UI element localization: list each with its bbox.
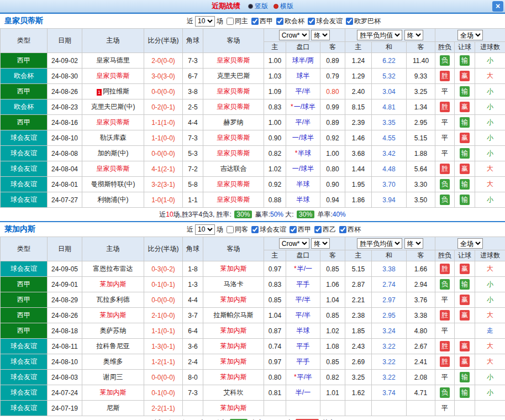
handicap-result-cell: 输	[455, 84, 475, 99]
handicap-result-cell: 输	[455, 192, 475, 208]
home-team[interactable]: 克里夫巴斯(中)	[82, 99, 144, 115]
match-count-select[interactable]: 10	[195, 224, 215, 235]
away-team[interactable]: 吉达联合	[203, 161, 264, 177]
handicap-result-cell	[455, 323, 475, 339]
home-team[interactable]: 皇家贝蒂斯	[82, 161, 144, 177]
away-team[interactable]: 拉斯帕尔马斯	[203, 308, 264, 323]
away-team[interactable]: 皇家贝蒂斯	[203, 53, 264, 69]
away-team[interactable]: 马洛卡	[203, 277, 264, 292]
away-team[interactable]: 莱加内斯	[203, 261, 264, 277]
avg-odds-select[interactable]: 胜平负均值	[357, 30, 402, 40]
league-filter-2[interactable]: 球会友谊	[308, 17, 343, 26]
home-team[interactable]: 利物浦(中)	[82, 192, 144, 208]
final-avg-select[interactable]: 终	[404, 30, 423, 40]
close-button[interactable]: ×	[492, 1, 503, 12]
league-filter-2[interactable]: 西乙	[314, 225, 336, 234]
home-team[interactable]: 奥萨苏纳	[82, 323, 144, 339]
league-type-badge: 球会友谊	[1, 401, 48, 416]
home-team[interactable]: 奥维多	[82, 354, 144, 370]
score: 1-3(0-1)	[144, 339, 183, 354]
goals-result-cell: 大	[475, 308, 505, 323]
home-team[interactable]: 莱加内斯	[82, 308, 144, 323]
home-team[interactable]: 瓦拉多利德	[82, 292, 144, 308]
score: 0-3(0-2)	[144, 261, 183, 277]
home-team[interactable]: 富恩拉布雷达	[82, 261, 144, 277]
handicap: 平手	[286, 339, 320, 354]
league-checkbox[interactable]	[339, 226, 346, 233]
home-team[interactable]: 皇家马德里	[82, 53, 144, 69]
goals-result-cell: 大	[475, 339, 505, 354]
home-team[interactable]: 1阿拉维斯	[82, 84, 144, 99]
away-team[interactable]: 艾科坎	[203, 385, 264, 401]
corner-score: 3-6	[183, 339, 203, 354]
home-team[interactable]: 谢周三	[82, 370, 144, 385]
score: 0-0(0-0)	[144, 84, 183, 99]
home-team[interactable]: 莱加内斯	[82, 277, 144, 292]
league-filter-1[interactable]: 欧会杯	[276, 17, 304, 26]
league-checkbox[interactable]	[314, 226, 322, 233]
layout-radio-horizontal[interactable]: 横版	[273, 2, 293, 11]
home-team[interactable]: 莱加内斯	[82, 385, 144, 401]
league-checkbox[interactable]	[276, 18, 283, 25]
same-venue-filter[interactable]: 同主	[227, 17, 248, 26]
avg-odds-header: 胜平负均值 终	[345, 29, 435, 42]
odds-away: 0.80	[320, 161, 345, 177]
same-venue-checkbox[interactable]	[227, 226, 234, 233]
match-row: 西甲 24-08-26 1阿拉维斯 0-0(0-0) 3-8 皇家贝蒂斯 1.0…	[1, 84, 505, 99]
away-team[interactable]: 莱加内斯	[203, 401, 264, 416]
avg-home-odds: 3.68	[345, 146, 372, 161]
league-checkbox[interactable]	[290, 226, 297, 233]
home-team[interactable]: 皇家贝蒂斯	[82, 69, 144, 84]
league-checkbox[interactable]	[346, 18, 353, 25]
home-team[interactable]: 尼斯	[82, 401, 144, 416]
same-venue-filter[interactable]: 同客	[227, 225, 248, 234]
col-corner: 角球	[183, 237, 203, 261]
avg-draw-odds: 3.74	[372, 385, 407, 401]
bookmaker-select[interactable]: Crow*	[279, 30, 309, 40]
away-team[interactable]: 皇家贝蒂斯	[203, 192, 264, 208]
league-checkbox[interactable]	[251, 18, 259, 25]
final-avg-select[interactable]: 终	[404, 238, 423, 249]
away-team[interactable]: 皇家贝蒂斯	[203, 146, 264, 161]
away-team[interactable]: 赫罗纳	[203, 115, 264, 130]
scope-select[interactable]: 全场	[457, 238, 483, 249]
bookmaker-select[interactable]: Crow*	[279, 238, 309, 249]
away-team[interactable]: 克里夫巴斯	[203, 69, 264, 84]
handicap: 平/半	[286, 292, 320, 308]
league-filter-1[interactable]: 西甲	[290, 225, 311, 234]
away-team[interactable]: 莱加内斯	[203, 354, 264, 370]
home-team[interactable]: 勒沃库森	[82, 130, 144, 146]
goals-result-cell: 小	[475, 192, 505, 208]
away-team[interactable]: 莱加内斯	[203, 339, 264, 354]
home-team[interactable]: 曼彻斯特联(中)	[82, 177, 144, 192]
league-filter-0[interactable]: 西甲	[251, 17, 273, 26]
away-team[interactable]: 皇家贝蒂斯	[203, 99, 264, 115]
home-team[interactable]: 皇家贝蒂斯	[82, 115, 144, 130]
league-filter-0[interactable]: 球会友谊	[251, 225, 286, 234]
league-checkbox[interactable]	[251, 226, 259, 233]
handicap-result-cell: 赢	[455, 69, 475, 84]
avg-home-odds: 2.38	[345, 308, 372, 323]
match-count-select[interactable]: 10	[195, 16, 215, 27]
final-odds-select[interactable]: 终	[311, 238, 330, 249]
home-team[interactable]: 拉科鲁尼亚	[82, 339, 144, 354]
league-filter-3[interactable]: 西杯	[339, 225, 361, 234]
away-team[interactable]: 皇家贝蒂斯	[203, 177, 264, 192]
away-team[interactable]: 莱加内斯	[203, 292, 264, 308]
away-team[interactable]: 莱加内斯	[203, 370, 264, 385]
final-odds-select[interactable]: 终	[311, 30, 330, 40]
away-team[interactable]: 皇家贝蒂斯	[203, 84, 264, 99]
avg-draw-odds: 3.38	[372, 261, 407, 277]
goals-result-cell: 小	[475, 53, 505, 69]
away-team[interactable]: 皇家贝蒂斯	[203, 130, 264, 146]
layout-radio-vertical[interactable]: 竖版	[248, 2, 268, 11]
same-venue-checkbox[interactable]	[227, 18, 234, 25]
avg-odds-select[interactable]: 胜平负均值	[357, 238, 402, 249]
match-row: 球会友谊 24-08-10 奥维多 1-2(1-1) 2-4 莱加内斯 0.97…	[1, 354, 505, 370]
summary-part: 近	[155, 418, 161, 420]
league-filter-3[interactable]: 欧罗巴杯	[346, 17, 381, 26]
league-checkbox[interactable]	[308, 18, 315, 25]
home-team[interactable]: 加的斯(中)	[82, 146, 144, 161]
away-team[interactable]: 莱加内斯	[203, 323, 264, 339]
scope-select[interactable]: 全场	[457, 30, 483, 40]
